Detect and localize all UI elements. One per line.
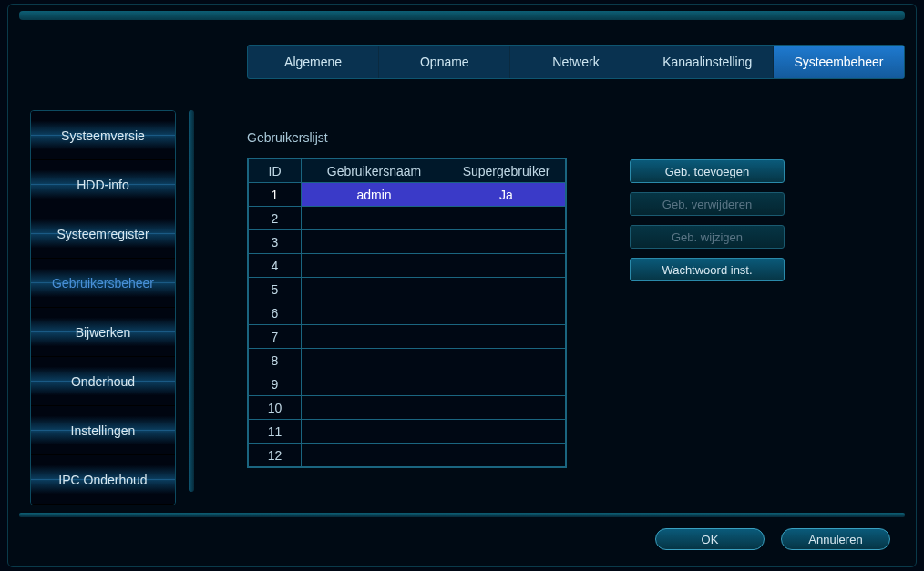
action-button-0[interactable]: Geb. toevoegen (630, 159, 785, 183)
table-row[interactable]: 8 (249, 349, 566, 372)
action-button-1: Geb. verwijderen (630, 192, 785, 216)
sidebar-item-4[interactable]: Bijwerken (31, 308, 175, 357)
table-row[interactable]: 3 (249, 230, 566, 254)
cell-username (302, 301, 447, 325)
table-row[interactable]: 6 (249, 301, 566, 325)
cell-username (302, 278, 447, 301)
main-tab-bar: AlgemeneOpnameNetwerkKanaalinstellingSys… (247, 45, 905, 79)
table-row[interactable]: 12 (249, 444, 566, 467)
action-button-2: Geb. wijzigen (630, 225, 785, 249)
cell-super (447, 207, 566, 230)
cell-username (302, 372, 447, 396)
table-row[interactable]: 1adminJa (249, 183, 566, 207)
cell-id: 12 (249, 444, 302, 467)
action-button-group: Geb. toevoegenGeb. verwijderenGeb. wijzi… (630, 159, 785, 281)
sidebar-item-6[interactable]: Instellingen (31, 406, 175, 455)
table-row[interactable]: 10 (249, 396, 566, 420)
user-table: ID Gebruikersnaam Supergebruiker 1adminJ… (248, 158, 566, 467)
content-area: Gebruikerslijst ID Gebruikersnaam Superg… (247, 130, 888, 471)
sidebar-item-0[interactable]: Systeemversie (31, 111, 175, 160)
cell-username (302, 325, 447, 349)
cell-id: 2 (249, 207, 302, 230)
sidebar-item-3[interactable]: Gebruikersbeheer (31, 259, 175, 308)
cell-username (302, 230, 447, 254)
cell-super (447, 396, 566, 420)
cell-username (302, 349, 447, 372)
cell-super (447, 325, 566, 349)
cell-super (447, 372, 566, 396)
vertical-separator (189, 110, 194, 492)
th-id: ID (249, 159, 302, 183)
cell-super (447, 301, 566, 325)
main-tab-2[interactable]: Netwerk (510, 46, 642, 78)
cell-id: 1 (249, 183, 302, 207)
cell-id: 9 (249, 372, 302, 396)
th-super: Supergebruiker (447, 159, 566, 183)
cell-username (302, 420, 447, 444)
horizontal-separator (19, 513, 905, 517)
cell-username: admin (302, 183, 447, 207)
cell-id: 10 (249, 396, 302, 420)
table-row[interactable]: 9 (249, 372, 566, 396)
top-border (19, 11, 905, 20)
table-row[interactable]: 11 (249, 420, 566, 444)
cell-id: 8 (249, 349, 302, 372)
cell-super (447, 420, 566, 444)
ok-button[interactable]: OK (655, 528, 765, 550)
window-frame: AlgemeneOpnameNetwerkKanaalinstellingSys… (7, 4, 917, 567)
main-tab-4[interactable]: Systeembeheer (774, 46, 904, 78)
sidebar: SysteemversieHDD-infoSysteemregisterGebr… (30, 110, 176, 505)
user-table-container: ID Gebruikersnaam Supergebruiker 1adminJ… (247, 158, 567, 468)
cell-id: 3 (249, 230, 302, 254)
cell-username (302, 396, 447, 420)
cancel-button[interactable]: Annuleren (781, 528, 890, 550)
cell-id: 4 (249, 254, 302, 278)
table-row[interactable]: 2 (249, 207, 566, 230)
cell-username (302, 444, 447, 467)
th-username: Gebruikersnaam (302, 159, 447, 183)
cell-super (447, 444, 566, 467)
action-button-3[interactable]: Wachtwoord inst. (630, 258, 785, 281)
sidebar-item-5[interactable]: Onderhoud (31, 357, 175, 406)
sidebar-item-7[interactable]: IPC Onderhoud (31, 455, 175, 505)
cell-id: 7 (249, 325, 302, 349)
table-row[interactable]: 7 (249, 325, 566, 349)
cell-id: 11 (249, 420, 302, 444)
cell-super (447, 349, 566, 372)
sidebar-item-2[interactable]: Systeemregister (31, 209, 175, 259)
sidebar-item-1[interactable]: HDD-info (31, 160, 175, 209)
main-tab-0[interactable]: Algemene (248, 46, 379, 78)
cell-super (447, 230, 566, 254)
cell-username (302, 207, 447, 230)
section-title: Gebruikerslijst (247, 130, 888, 145)
cell-username (302, 254, 447, 278)
cell-id: 6 (249, 301, 302, 325)
table-row[interactable]: 4 (249, 254, 566, 278)
cell-super (447, 278, 566, 301)
cell-super: Ja (447, 183, 566, 207)
cell-super (447, 254, 566, 278)
main-tab-3[interactable]: Kanaalinstelling (642, 46, 774, 78)
main-tab-1[interactable]: Opname (379, 46, 510, 78)
bottom-button-bar: OK Annuleren (655, 528, 890, 550)
table-row[interactable]: 5 (249, 278, 566, 301)
cell-id: 5 (249, 278, 302, 301)
